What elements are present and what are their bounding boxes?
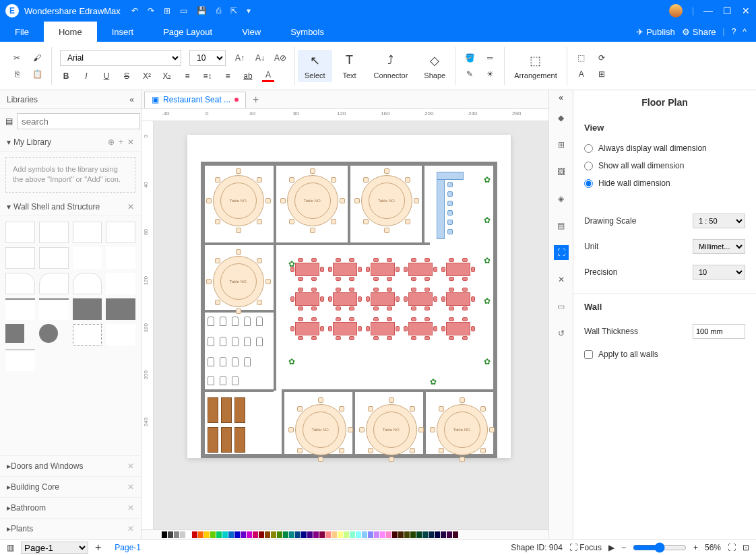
history-panel-icon[interactable]: ↺ [554,326,569,341]
cat-doors[interactable]: ▸ Doors and Windows✕ [0,455,141,476]
fullscreen-button[interactable]: ⊡ [743,543,749,552]
page-panel-icon[interactable]: ▤ [554,218,569,233]
shape-item[interactable] [73,298,102,320]
image-panel-icon[interactable]: 🖼 [554,164,569,179]
layers-panel-icon[interactable]: ◈ [554,191,569,206]
line-style-icon[interactable]: ═ [484,52,496,64]
redo-icon[interactable]: ↷ [148,6,154,15]
radio-hide[interactable]: Hide wall dimension [584,174,745,192]
copy-icon[interactable]: ⎘ [11,68,23,80]
shape-item[interactable] [106,222,135,243]
new-icon[interactable]: ⊞ [164,6,170,15]
grid-panel-icon[interactable]: ⊞ [554,137,569,152]
page-tab[interactable]: Page-1 [108,543,148,552]
tab-symbols[interactable]: Symbols [276,22,339,42]
shape-item[interactable] [39,324,58,343]
rotate-icon[interactable]: ⟳ [596,52,608,64]
undo-icon[interactable]: ↶ [131,6,138,15]
library-search-input[interactable] [17,113,140,129]
my-library-label[interactable]: My Library [13,137,51,147]
add-icon[interactable]: + [119,137,123,147]
subscript-icon[interactable]: X₂ [161,70,173,82]
shape-item[interactable] [5,222,35,243]
text-highlight-icon[interactable]: ab [242,70,254,82]
thickness-input[interactable] [693,324,745,339]
align-icon[interactable]: ≡ [222,70,234,82]
shape-item[interactable] [73,222,102,243]
page-selector[interactable]: Page-1 [21,542,88,554]
bullets-icon[interactable]: ≡ [181,70,193,82]
pen-icon[interactable]: ✎ [464,68,476,80]
fit-page-button[interactable]: ⛶ [728,543,736,552]
distribute-icon[interactable]: ⊞ [596,68,608,80]
font-select[interactable]: Arial [60,50,181,66]
cat-building[interactable]: ▸ Building Core✕ [0,476,141,497]
cat-bathroom[interactable]: ▸ Bathroom✕ [0,497,141,518]
fill-icon[interactable]: 🪣 [464,52,476,64]
save-icon[interactable]: 💾 [197,6,207,15]
dimension-panel-icon[interactable]: ✕ [554,272,569,287]
zoom-out-button[interactable]: − [621,543,626,552]
tab-insert[interactable]: Insert [97,22,149,42]
font-color-icon[interactable]: A [262,70,274,82]
tab-page-layout[interactable]: Page Layout [148,22,227,42]
publish-button[interactable]: ✈ Publish [636,27,675,37]
underline-icon[interactable]: U [100,70,113,82]
play-button[interactable]: ▶ [608,543,615,552]
print-icon[interactable]: ⎙ [216,6,221,15]
floorplan-panel-icon[interactable]: ⛶ [554,245,569,260]
shape-item[interactable] [106,273,135,294]
apply-all-check[interactable]: Apply to all walls [584,344,745,364]
expand-right-icon[interactable]: « [559,93,563,102]
shape-item[interactable] [39,247,69,269]
canvas[interactable]: Table NO.Table NO.Table NO.Table NO.Tabl… [154,121,548,529]
format-painter-icon[interactable]: 🖌 [31,52,43,64]
increase-font-icon[interactable]: A↑ [234,52,246,64]
open-icon[interactable]: ▭ [180,6,187,15]
shape-item[interactable] [5,247,35,269]
collapse-ribbon-icon[interactable]: ^ [743,27,747,36]
shape-item[interactable] [39,298,69,320]
avatar[interactable] [669,4,683,18]
shape-item[interactable] [5,273,35,294]
document-tab[interactable]: ▣ Restaurant Seat ... [144,92,246,108]
page[interactable]: Table NO.Table NO.Table NO.Table NO.Tabl… [187,135,511,458]
focus-button[interactable]: ⛶ Focus [569,543,602,552]
fill-panel-icon[interactable]: ◆ [554,110,569,125]
collapse-left-icon[interactable]: « [129,95,134,104]
strike-icon[interactable]: S [121,70,133,82]
line-spacing-icon[interactable]: ≡↕ [201,70,214,82]
arrangement-tool[interactable]: ⬚Arrangement [507,50,564,82]
bold-icon[interactable]: B [60,70,72,82]
tab-file[interactable]: File [0,22,44,42]
help-icon[interactable]: ? [732,27,736,36]
share-button[interactable]: ⚙ Share [682,27,716,37]
shape-item[interactable] [106,247,135,269]
shape-item[interactable] [106,298,135,320]
scale-select[interactable]: 1 : 50 [693,214,745,228]
close-button[interactable]: ✕ [741,5,751,16]
dropdown-icon[interactable]: ▾ [247,6,251,15]
close-mylib-icon[interactable]: ✕ [127,137,134,147]
minimize-button[interactable]: — [703,5,713,16]
font-size-select[interactable]: 10 [189,50,226,66]
close-wall-icon[interactable]: ✕ [127,202,134,211]
group-icon[interactable]: ⬚ [575,52,588,64]
decrease-font-icon[interactable]: A↓ [254,52,266,64]
color-palette[interactable] [141,529,548,539]
shape-tool[interactable]: ◇Shape [417,50,452,82]
shape-item[interactable] [73,273,102,294]
present-panel-icon[interactable]: ▭ [554,299,569,314]
select-tool[interactable]: ↖Select [298,50,332,82]
shape-item[interactable] [5,350,35,371]
add-page-button[interactable]: + [95,542,101,554]
font-tool-icon[interactable]: A [575,68,588,80]
precision-select[interactable]: 10 [693,265,745,280]
shape-item[interactable] [39,273,69,294]
zoom-slider[interactable] [633,542,687,553]
maximize-button[interactable]: ☐ [722,5,732,16]
library-menu-icon[interactable]: ▤ [5,117,13,126]
shape-item[interactable] [73,247,102,269]
radio-always[interactable]: Always display wall dimension [584,139,745,157]
shape-item[interactable] [106,324,135,346]
